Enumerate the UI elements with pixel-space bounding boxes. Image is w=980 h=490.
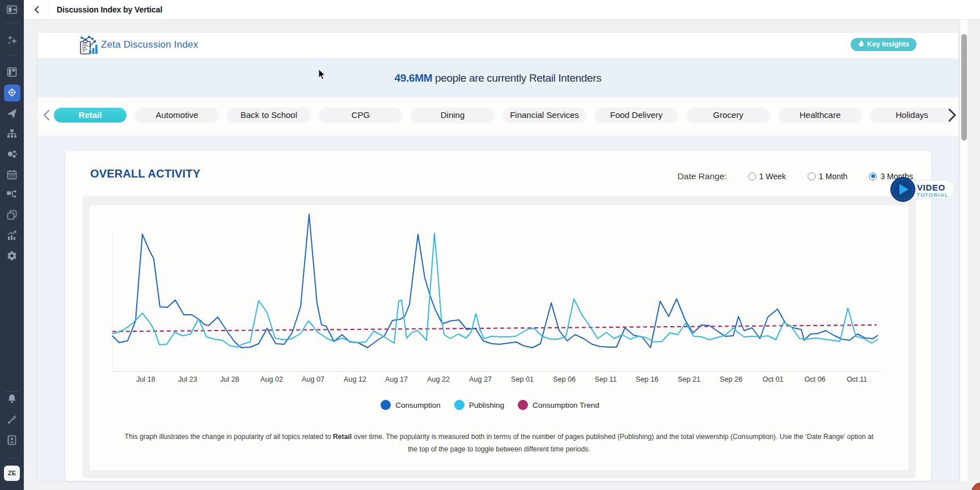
svg-text:Sep 16: Sep 16	[636, 375, 658, 383]
svg-text:Aug 27: Aug 27	[469, 375, 492, 383]
svg-text:Sep 11: Sep 11	[595, 375, 617, 383]
svg-text:Aug 22: Aug 22	[427, 375, 450, 383]
svg-text:Jul 28: Jul 28	[220, 375, 239, 383]
svg-text:Sep 26: Sep 26	[720, 375, 742, 383]
svg-text:Jul 18: Jul 18	[136, 375, 155, 383]
svg-text:Oct 01: Oct 01	[762, 375, 783, 383]
svg-text:Aug 02: Aug 02	[260, 375, 283, 383]
svg-text:Oct 06: Oct 06	[804, 375, 825, 383]
svg-text:Jul 23: Jul 23	[178, 375, 197, 383]
svg-text:Aug 07: Aug 07	[302, 375, 324, 383]
svg-text:Sep 06: Sep 06	[553, 375, 576, 383]
svg-text:Sep 01: Sep 01	[511, 375, 534, 383]
svg-text:Oct 11: Oct 11	[847, 375, 867, 383]
svg-text:Aug 12: Aug 12	[344, 375, 366, 383]
svg-text:Aug 17: Aug 17	[385, 375, 408, 383]
svg-text:Sep 21: Sep 21	[678, 375, 700, 383]
